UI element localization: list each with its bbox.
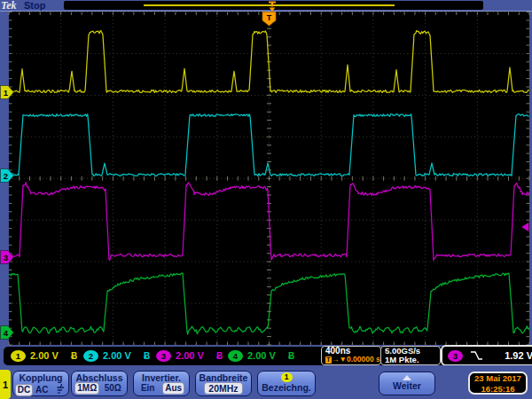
svg-text:1: 1 — [4, 88, 9, 98]
trigger-position-prefix: →▼ — [332, 355, 347, 364]
ch4-scale-readout: 2.00 V — [247, 350, 276, 361]
falling-edge-icon — [470, 350, 483, 361]
ch3-scale-readout: 2.00 V — [176, 350, 204, 361]
ch1-badge: 1 — [11, 350, 26, 362]
bandwidth-button[interactable]: Bandbreite 20MHz — [195, 371, 252, 396]
trigger-t-icon: T — [325, 356, 332, 364]
record-length: 1M Pkte. — [385, 356, 440, 364]
graticule[interactable] — [9, 12, 529, 345]
svg-text:4: 4 — [4, 328, 9, 338]
ch4-badge: 4 — [228, 350, 243, 362]
label-title: Bezeichng. — [258, 382, 315, 393]
ch2-badge: 2 — [83, 350, 98, 362]
termination-option-50ohm[interactable]: 50Ω — [103, 383, 123, 394]
coupling-option-gnd[interactable] — [51, 383, 66, 396]
trigger-readout: 3 1.92 V — [441, 345, 532, 366]
invert-option-off[interactable]: Aus — [163, 383, 184, 394]
ch1-bandwidth-limit-icon: Ƀ — [71, 351, 77, 361]
ch2-bandwidth-limit-icon: Ƀ — [144, 351, 150, 361]
acquisition-readout: 5.00GS/s 1M Pkte. — [380, 346, 441, 365]
ch4-bandwidth-limit-icon: Ƀ — [288, 351, 294, 361]
coupling-title: Kopplung — [13, 372, 68, 383]
more-label: Weiter — [379, 380, 434, 391]
termination-button[interactable]: Abschluss 1MΩ 50Ω — [71, 371, 128, 396]
timebase-readout: 400ns T→▼0.00000 s — [321, 346, 381, 365]
termination-option-1mohm[interactable]: 1MΩ — [75, 383, 98, 394]
coupling-option-dc[interactable]: DC — [16, 385, 32, 395]
bandwidth-value[interactable]: 20MHz — [205, 383, 242, 394]
label-button[interactable]: 1 Bezeichng. — [257, 371, 316, 396]
svg-text:3: 3 — [4, 253, 8, 262]
coupling-option-ac[interactable]: AC — [34, 385, 50, 395]
ch3-badge: 3 — [156, 350, 171, 362]
trigger-source-badge: 3 — [448, 350, 463, 362]
bandwidth-title: Bandbreite — [196, 372, 251, 383]
invert-option-on[interactable]: Ein — [139, 383, 157, 394]
more-button[interactable]: Weiter — [379, 372, 435, 395]
ch2-scale-readout: 2.00 V — [103, 350, 131, 361]
ch1-scale-readout: 2.00 V — [30, 350, 59, 361]
oscilloscope-screen: Tek Stop 1234T 1 2.00 V Ƀ 2 2.00 V Ƀ 3 2… — [0, 0, 532, 399]
coupling-button[interactable]: Kopplung DC AC — [12, 371, 69, 396]
trigger-level: 1.92 V — [505, 350, 532, 361]
invert-button[interactable]: Invertier. Ein Aus — [133, 371, 190, 396]
record-view-window-line — [144, 4, 395, 6]
time-value: 16:25:16 — [470, 384, 526, 395]
label-channel-badge: 1 — [281, 372, 293, 382]
termination-title: Abschluss — [72, 372, 127, 383]
record-view-bar — [64, 1, 483, 10]
datetime-display: 23 Mai 2017 16:25:16 — [468, 372, 528, 395]
invert-title: Invertier. — [134, 372, 189, 383]
svg-text:2: 2 — [4, 171, 8, 181]
ground-icon — [53, 383, 64, 394]
ch3-bandwidth-limit-icon: Ƀ — [216, 351, 223, 361]
trigger-position-readout: T→▼0.00000 s — [325, 356, 380, 364]
trigger-position-value: 0.00000 s — [347, 355, 380, 364]
channel-menu-tab[interactable]: 1 — [0, 370, 11, 399]
acquisition-status: Stop — [24, 0, 45, 11]
date-value: 23 Mai 2017 — [470, 373, 526, 384]
